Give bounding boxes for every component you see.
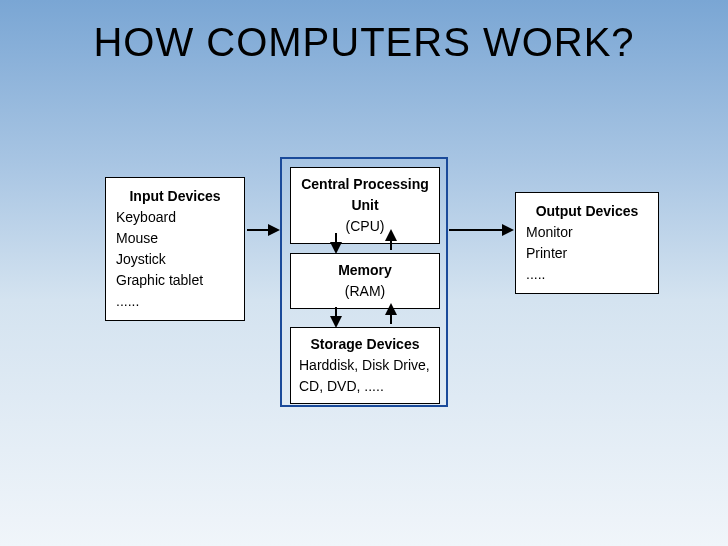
storage-items: Harddisk, Disk Drive, CD, DVD, ..... — [299, 355, 431, 397]
cpu-sublabel: (CPU) — [295, 216, 435, 237]
output-devices-items: Monitor Printer ..... — [526, 222, 648, 285]
central-unit-container: Central Processing Unit (CPU) Memory (RA… — [280, 157, 448, 407]
cpu-label: Central Processing Unit — [295, 174, 435, 216]
arrowhead-center-to-output-icon — [502, 224, 514, 236]
output-devices-label: Output Devices — [526, 201, 648, 222]
input-devices-label: Input Devices — [116, 186, 234, 207]
arrow-center-to-output — [449, 229, 503, 231]
arrow-storage-to-memory — [390, 314, 392, 324]
arrowhead-memory-to-cpu-icon — [385, 229, 397, 241]
memory-sublabel: (RAM) — [295, 281, 435, 302]
input-devices-box: Input Devices Keyboard Mouse Joystick Gr… — [105, 177, 245, 321]
slide-title: HOW COMPUTERS WORK? — [0, 20, 728, 65]
memory-label: Memory — [295, 260, 435, 281]
input-devices-items: Keyboard Mouse Joystick Graphic tablet .… — [116, 207, 234, 312]
storage-box: Storage Devices Harddisk, Disk Drive, CD… — [290, 327, 440, 404]
arrowhead-cpu-to-memory-icon — [330, 242, 342, 254]
storage-label: Storage Devices — [299, 334, 431, 355]
arrow-memory-to-cpu — [390, 240, 392, 250]
arrow-input-to-center — [247, 229, 269, 231]
cpu-box: Central Processing Unit (CPU) — [290, 167, 440, 244]
arrowhead-input-to-center-icon — [268, 224, 280, 236]
arrowhead-memory-to-storage-icon — [330, 316, 342, 328]
memory-box: Memory (RAM) — [290, 253, 440, 309]
arrowhead-storage-to-memory-icon — [385, 303, 397, 315]
output-devices-box: Output Devices Monitor Printer ..... — [515, 192, 659, 294]
